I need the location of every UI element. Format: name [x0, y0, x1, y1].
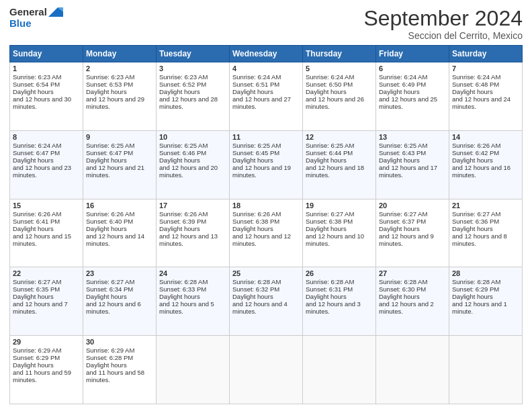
daylight-value: and 12 hours and 12 minutes. [232, 232, 300, 247]
daylight-label: Daylight hours [452, 156, 519, 164]
daylight-value: and 12 hours and 7 minutes. [13, 300, 80, 315]
daylight-value: and 12 hours and 5 minutes. [159, 300, 226, 315]
day-number: 11 [232, 133, 300, 141]
daylight-label: Daylight hours [159, 293, 226, 300]
daylight-value: and 12 hours and 18 minutes. [306, 164, 373, 179]
sunset-label: Sunset: 6:40 PM [86, 218, 153, 225]
day-number: 19 [306, 201, 373, 210]
sunset-label: Sunset: 6:48 PM [452, 81, 519, 88]
day-number: 2 [86, 64, 153, 73]
sunset-label: Sunset: 6:36 PM [452, 218, 519, 225]
sunrise-label: Sunrise: 6:25 AM [232, 142, 300, 149]
sunset-label: Sunset: 6:33 PM [159, 285, 226, 293]
calendar-cell: 12 Sunrise: 6:25 AM Sunset: 6:44 PM Dayl… [303, 130, 376, 199]
calendar-cell: 15 Sunrise: 6:26 AM Sunset: 6:41 PM Dayl… [10, 199, 83, 267]
daylight-value: and 12 hours and 17 minutes. [379, 164, 446, 179]
sunrise-label: Sunrise: 6:29 AM [86, 347, 153, 354]
sunset-label: Sunset: 6:37 PM [379, 218, 446, 225]
daylight-value: and 12 hours and 25 minutes. [379, 95, 446, 110]
day-number: 5 [306, 64, 373, 73]
calendar-cell: 5 Sunrise: 6:24 AM Sunset: 6:50 PM Dayli… [303, 62, 376, 131]
calendar-cell: 19 Sunrise: 6:27 AM Sunset: 6:38 PM Dayl… [303, 199, 376, 267]
sunset-label: Sunset: 6:31 PM [306, 285, 373, 293]
sunrise-label: Sunrise: 6:26 AM [86, 210, 153, 218]
sunset-label: Sunset: 6:38 PM [306, 218, 373, 225]
day-number: 22 [13, 269, 80, 277]
sunset-label: Sunset: 6:35 PM [13, 285, 80, 293]
daylight-label: Daylight hours [452, 293, 519, 300]
day-number: 15 [13, 201, 80, 210]
sunset-label: Sunset: 6:49 PM [379, 81, 446, 88]
calendar-cell: 28 Sunrise: 6:28 AM Sunset: 6:29 PM Dayl… [449, 267, 523, 336]
daylight-label: Daylight hours [86, 88, 153, 95]
daylight-label: Daylight hours [379, 225, 446, 232]
sunrise-label: Sunrise: 6:28 AM [232, 278, 300, 285]
day-number: 25 [232, 269, 300, 277]
daylight-label: Daylight hours [306, 293, 373, 300]
daylight-label: Daylight hours [13, 293, 80, 300]
daylight-value: and 11 hours and 59 minutes. [13, 369, 80, 383]
sunset-label: Sunset: 6:46 PM [159, 149, 226, 156]
sunset-label: Sunset: 6:29 PM [452, 285, 519, 293]
daylight-label: Daylight hours [86, 225, 153, 232]
day-number: 13 [379, 133, 446, 141]
calendar-cell: 25 Sunrise: 6:28 AM Sunset: 6:32 PM Dayl… [230, 267, 303, 336]
calendar-cell [157, 336, 230, 404]
daylight-label: Daylight hours [13, 88, 80, 95]
daylight-value: and 12 hours and 16 minutes. [452, 164, 519, 179]
day-number: 28 [452, 269, 519, 277]
daylight-value: and 12 hours and 15 minutes. [13, 232, 80, 247]
daylight-value: and 12 hours and 6 minutes. [86, 300, 153, 315]
sunset-label: Sunset: 6:43 PM [379, 149, 446, 156]
sunrise-label: Sunrise: 6:27 AM [452, 210, 519, 218]
day-number: 8 [13, 133, 80, 141]
calendar-cell: 7 Sunrise: 6:24 AM Sunset: 6:48 PM Dayli… [449, 62, 523, 131]
sunrise-label: Sunrise: 6:24 AM [379, 73, 446, 81]
daylight-value: and 12 hours and 4 minutes. [232, 300, 300, 315]
sunset-label: Sunset: 6:34 PM [86, 285, 153, 293]
sunset-label: Sunset: 6:47 PM [13, 149, 80, 156]
day-number: 23 [86, 269, 153, 277]
daylight-label: Daylight hours [159, 156, 226, 164]
day-number: 4 [232, 64, 300, 73]
daylight-label: Daylight hours [306, 225, 373, 232]
daylight-label: Daylight hours [159, 225, 226, 232]
calendar-cell [449, 336, 523, 404]
sunrise-label: Sunrise: 6:23 AM [159, 73, 226, 81]
day-number: 12 [306, 133, 373, 141]
col-header-tuesday: Tuesday [157, 46, 230, 62]
sunset-label: Sunset: 6:54 PM [13, 81, 80, 88]
calendar-table: SundayMondayTuesdayWednesdayThursdayFrid… [9, 45, 523, 404]
daylight-label: Daylight hours [306, 156, 373, 164]
calendar-cell: 8 Sunrise: 6:24 AM Sunset: 6:47 PM Dayli… [10, 130, 83, 199]
sunset-label: Sunset: 6:28 PM [86, 354, 153, 361]
sunrise-label: Sunrise: 6:24 AM [452, 73, 519, 81]
day-number: 27 [379, 269, 446, 277]
sunset-label: Sunset: 6:53 PM [86, 81, 153, 88]
sunset-label: Sunset: 6:50 PM [306, 81, 373, 88]
day-number: 26 [306, 269, 373, 277]
day-number: 30 [86, 338, 153, 346]
sunrise-label: Sunrise: 6:28 AM [452, 278, 519, 285]
daylight-value: and 12 hours and 8 minutes. [452, 232, 519, 247]
page: General Blue September 2024 Seccion del … [0, 0, 532, 411]
calendar-cell: 21 Sunrise: 6:27 AM Sunset: 6:36 PM Dayl… [449, 199, 523, 267]
col-header-wednesday: Wednesday [230, 46, 303, 62]
daylight-value: and 12 hours and 2 minutes. [379, 300, 446, 315]
day-number: 20 [379, 201, 446, 210]
header: General Blue September 2024 Seccion del … [9, 7, 523, 41]
daylight-value: and 12 hours and 26 minutes. [306, 95, 373, 110]
calendar-cell: 29 Sunrise: 6:29 AM Sunset: 6:29 PM Dayl… [10, 336, 83, 404]
daylight-value: and 12 hours and 1 minute. [452, 300, 519, 315]
sunrise-label: Sunrise: 6:27 AM [306, 210, 373, 218]
sunset-label: Sunset: 6:29 PM [13, 354, 80, 361]
daylight-label: Daylight hours [232, 293, 300, 300]
title-block: September 2024 Seccion del Cerrito, Mexi… [363, 7, 523, 41]
daylight-label: Daylight hours [379, 156, 446, 164]
calendar-cell: 27 Sunrise: 6:28 AM Sunset: 6:30 PM Dayl… [376, 267, 449, 336]
daylight-value: and 12 hours and 28 minutes. [159, 95, 226, 110]
daylight-value: and 12 hours and 24 minutes. [452, 95, 519, 110]
logo: General Blue [9, 7, 63, 29]
day-number: 1 [13, 64, 80, 73]
day-number: 14 [452, 133, 519, 141]
